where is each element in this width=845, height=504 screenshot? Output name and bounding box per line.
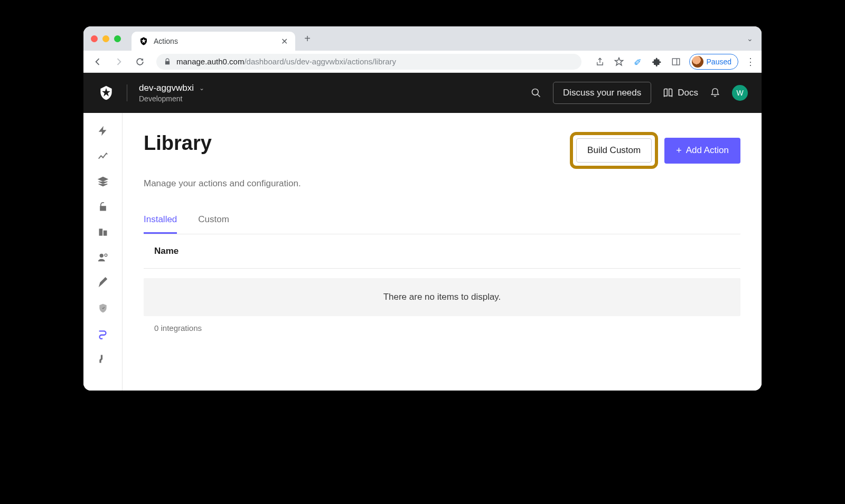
- new-tab-button[interactable]: +: [299, 31, 315, 46]
- sidebar-actions-icon[interactable]: [97, 327, 109, 340]
- app-content: Library Build Custom + Add Action Manage…: [83, 113, 762, 391]
- docs-link[interactable]: Docs: [663, 88, 698, 98]
- main-content: Library Build Custom + Add Action Manage…: [123, 113, 762, 391]
- back-button[interactable]: [90, 54, 106, 70]
- sidebar-getting-started-icon[interactable]: [97, 125, 109, 137]
- profile-paused-pill[interactable]: Paused: [689, 54, 738, 70]
- add-action-label: Add Action: [686, 145, 729, 156]
- discuss-needs-button[interactable]: Discuss your needs: [553, 82, 651, 104]
- url-path: /dashboard/us/dev-aggvwbxi/actions/libra…: [244, 57, 396, 66]
- page-subtitle: Manage your actions and configuration.: [144, 178, 740, 189]
- lock-icon: [164, 58, 171, 65]
- chevron-down-icon: ⌄: [199, 84, 204, 92]
- sidebar-branding-icon[interactable]: [97, 277, 109, 289]
- svg-line-5: [537, 94, 540, 97]
- close-tab-icon[interactable]: ✕: [281, 36, 288, 46]
- reload-button[interactable]: [132, 54, 148, 70]
- search-icon[interactable]: [531, 88, 541, 98]
- tab-custom[interactable]: Custom: [198, 214, 229, 234]
- library-tabs: Installed Custom: [144, 214, 740, 234]
- svg-rect-1: [672, 59, 680, 65]
- url-text: manage.auth0.com/dashboard/us/dev-aggvwb…: [176, 57, 396, 66]
- share-icon[interactable]: [594, 56, 606, 68]
- user-avatar[interactable]: W: [732, 85, 748, 101]
- extensions-puzzle-icon[interactable]: [651, 56, 663, 68]
- app-header: dev-aggvwbxi ⌄ Development Discuss your …: [83, 73, 762, 113]
- sidebar-auth-pipeline-icon[interactable]: [97, 353, 109, 365]
- paused-label: Paused: [707, 58, 731, 66]
- sidebar-applications-icon[interactable]: [97, 175, 109, 188]
- browser-menu-icon[interactable]: ⋮: [746, 56, 755, 68]
- svg-rect-6: [99, 229, 102, 235]
- toolbar-actions: ✏ Paused ⋮: [594, 54, 755, 70]
- window-controls: [91, 35, 121, 42]
- add-action-button[interactable]: + Add Action: [664, 138, 740, 164]
- browser-tab-strip: Actions ✕ + ⌄: [83, 26, 762, 51]
- sidebar-authentication-icon[interactable]: [97, 201, 109, 213]
- sidebar-organizations-icon[interactable]: [97, 226, 109, 239]
- tenant-selector[interactable]: dev-aggvwbxi ⌄ Development: [139, 83, 204, 103]
- browser-toolbar: manage.auth0.com/dashboard/us/dev-aggvwb…: [83, 51, 762, 73]
- book-icon: [663, 88, 673, 98]
- svg-rect-7: [103, 231, 107, 236]
- build-custom-highlight: Build Custom: [570, 132, 658, 169]
- auth0-logo-icon[interactable]: [97, 84, 115, 102]
- divider: [127, 84, 127, 101]
- browser-window: Actions ✕ + ⌄ manage.auth0.com/dashboard…: [83, 26, 762, 391]
- profile-avatar-icon: [692, 56, 703, 68]
- sidebar-activity-icon[interactable]: [97, 150, 109, 163]
- sidebar: [83, 113, 123, 391]
- auth0-favicon-icon: [139, 36, 148, 46]
- page-actions: Build Custom + Add Action: [570, 132, 740, 169]
- integration-count: 0 integrations: [144, 316, 740, 340]
- tab-title: Actions: [154, 37, 276, 45]
- tenant-environment: Development: [139, 94, 204, 103]
- tab-list-chevron-icon[interactable]: ⌄: [747, 34, 753, 43]
- docs-label: Docs: [678, 88, 698, 98]
- empty-state-message: There are no items to display.: [144, 278, 740, 316]
- svg-point-4: [532, 89, 538, 96]
- highlighter-icon[interactable]: ✏: [630, 53, 646, 70]
- maximize-window-button[interactable]: [114, 35, 121, 42]
- page-header: Library Build Custom + Add Action: [144, 132, 740, 169]
- svg-point-8: [99, 254, 103, 258]
- plus-icon: +: [676, 145, 682, 156]
- table-header-name: Name: [144, 234, 740, 269]
- address-bar[interactable]: manage.auth0.com/dashboard/us/dev-aggvwb…: [156, 54, 581, 70]
- svg-point-9: [105, 254, 107, 256]
- panel-icon[interactable]: [670, 56, 682, 68]
- notifications-bell-icon[interactable]: [710, 88, 720, 98]
- build-custom-button[interactable]: Build Custom: [576, 138, 652, 163]
- forward-button[interactable]: [111, 54, 127, 70]
- browser-tab[interactable]: Actions ✕: [132, 32, 295, 51]
- page-title: Library: [144, 132, 212, 155]
- close-window-button[interactable]: [91, 35, 98, 42]
- tenant-name: dev-aggvwbxi: [139, 83, 194, 93]
- minimize-window-button[interactable]: [102, 35, 109, 42]
- tab-installed[interactable]: Installed: [144, 214, 177, 234]
- sidebar-user-management-icon[interactable]: [97, 251, 109, 264]
- bookmark-star-icon[interactable]: [613, 56, 625, 68]
- url-host: manage.auth0.com: [176, 57, 244, 66]
- sidebar-security-icon[interactable]: [97, 302, 109, 315]
